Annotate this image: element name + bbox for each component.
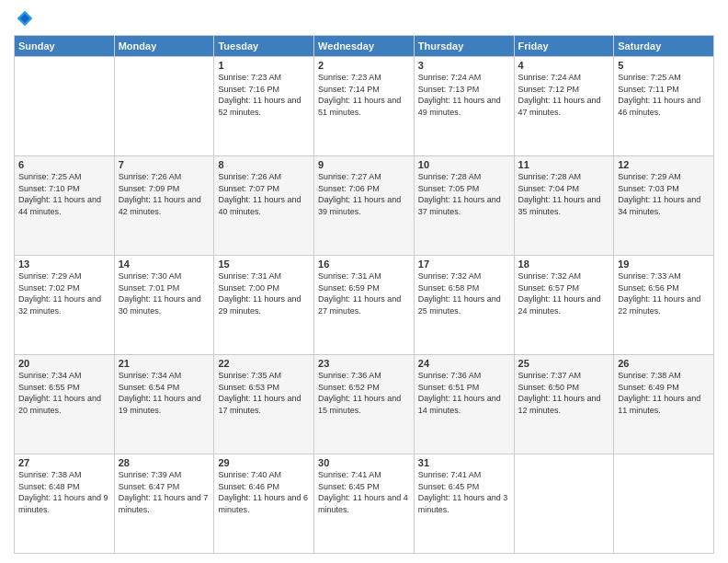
day-number: 7: [119, 159, 210, 170]
day-number: 11: [518, 159, 610, 170]
day-number: 31: [418, 457, 510, 468]
logo-icon: [16, 9, 34, 28]
day-number: 25: [518, 358, 610, 369]
day-detail: Sunrise: 7:33 AMSunset: 6:56 PMDaylight:…: [618, 270, 710, 316]
day-cell: 22Sunrise: 7:35 AMSunset: 6:53 PMDayligh…: [214, 355, 314, 454]
day-detail: Sunrise: 7:31 AMSunset: 7:00 PMDaylight:…: [218, 270, 310, 316]
weekday-header-monday: Monday: [114, 36, 214, 57]
day-cell: 1Sunrise: 7:23 AMSunset: 7:16 PMDaylight…: [214, 57, 314, 156]
weekday-header-row: SundayMondayTuesdayWednesdayThursdayFrid…: [15, 36, 714, 57]
weekday-header-thursday: Thursday: [414, 36, 514, 57]
day-cell: 2Sunrise: 7:23 AMSunset: 7:14 PMDaylight…: [314, 57, 415, 156]
day-cell: 15Sunrise: 7:31 AMSunset: 7:00 PMDayligh…: [214, 256, 314, 355]
header: [14, 9, 714, 28]
day-detail: Sunrise: 7:29 AMSunset: 7:03 PMDaylight:…: [618, 171, 710, 217]
day-detail: Sunrise: 7:36 AMSunset: 6:51 PMDaylight:…: [418, 370, 510, 416]
day-cell: [514, 454, 614, 554]
day-cell: 4Sunrise: 7:24 AMSunset: 7:12 PMDaylight…: [514, 57, 614, 156]
day-cell: 14Sunrise: 7:30 AMSunset: 7:01 PMDayligh…: [114, 256, 214, 355]
day-detail: Sunrise: 7:26 AMSunset: 7:07 PMDaylight:…: [218, 171, 310, 217]
day-cell: 11Sunrise: 7:28 AMSunset: 7:04 PMDayligh…: [514, 156, 614, 256]
day-cell: 24Sunrise: 7:36 AMSunset: 6:51 PMDayligh…: [414, 355, 514, 454]
day-cell: 17Sunrise: 7:32 AMSunset: 6:58 PMDayligh…: [414, 256, 514, 355]
day-number: 6: [18, 159, 110, 170]
day-detail: Sunrise: 7:31 AMSunset: 6:59 PMDaylight:…: [318, 270, 410, 316]
day-cell: 27Sunrise: 7:38 AMSunset: 6:48 PMDayligh…: [15, 454, 115, 554]
day-cell: 10Sunrise: 7:28 AMSunset: 7:05 PMDayligh…: [414, 156, 514, 256]
day-detail: Sunrise: 7:26 AMSunset: 7:09 PMDaylight:…: [119, 171, 210, 217]
day-number: 21: [119, 358, 210, 369]
day-detail: Sunrise: 7:24 AMSunset: 7:12 PMDaylight:…: [518, 72, 610, 118]
day-cell: 25Sunrise: 7:37 AMSunset: 6:50 PMDayligh…: [514, 355, 614, 454]
day-cell: 29Sunrise: 7:40 AMSunset: 6:46 PMDayligh…: [214, 454, 314, 554]
day-detail: Sunrise: 7:36 AMSunset: 6:52 PMDaylight:…: [318, 370, 410, 416]
day-cell: 20Sunrise: 7:34 AMSunset: 6:55 PMDayligh…: [15, 355, 115, 454]
day-number: 8: [218, 159, 310, 170]
weekday-header-sunday: Sunday: [15, 36, 115, 57]
day-number: 27: [18, 457, 110, 468]
day-number: 1: [218, 60, 310, 71]
day-cell: 8Sunrise: 7:26 AMSunset: 7:07 PMDaylight…: [214, 156, 314, 256]
logo: [14, 9, 34, 28]
day-detail: Sunrise: 7:30 AMSunset: 7:01 PMDaylight:…: [119, 270, 210, 316]
day-number: 18: [518, 259, 610, 270]
day-cell: 21Sunrise: 7:34 AMSunset: 6:54 PMDayligh…: [114, 355, 214, 454]
day-number: 30: [318, 457, 410, 468]
day-detail: Sunrise: 7:27 AMSunset: 7:06 PMDaylight:…: [318, 171, 410, 217]
weekday-header-tuesday: Tuesday: [214, 36, 314, 57]
day-number: 22: [218, 358, 310, 369]
weekday-header-wednesday: Wednesday: [314, 36, 415, 57]
day-number: 29: [218, 457, 310, 468]
day-cell: [614, 454, 714, 554]
day-cell: 13Sunrise: 7:29 AMSunset: 7:02 PMDayligh…: [15, 256, 115, 355]
week-row-5: 27Sunrise: 7:38 AMSunset: 6:48 PMDayligh…: [15, 454, 714, 554]
day-number: 2: [318, 60, 410, 71]
day-cell: 5Sunrise: 7:25 AMSunset: 7:11 PMDaylight…: [614, 57, 714, 156]
day-number: 26: [618, 358, 710, 369]
day-cell: 16Sunrise: 7:31 AMSunset: 6:59 PMDayligh…: [314, 256, 415, 355]
day-cell: 3Sunrise: 7:24 AMSunset: 7:13 PMDaylight…: [414, 57, 514, 156]
day-detail: Sunrise: 7:34 AMSunset: 6:54 PMDaylight:…: [119, 370, 210, 416]
day-number: 17: [418, 259, 510, 270]
day-number: 12: [618, 159, 710, 170]
day-detail: Sunrise: 7:23 AMSunset: 7:14 PMDaylight:…: [318, 72, 410, 118]
day-number: 5: [618, 60, 710, 71]
weekday-header-friday: Friday: [514, 36, 614, 57]
day-number: 4: [518, 60, 610, 71]
day-number: 28: [119, 457, 210, 468]
day-cell: 28Sunrise: 7:39 AMSunset: 6:47 PMDayligh…: [114, 454, 214, 554]
day-number: 14: [119, 259, 210, 270]
day-detail: Sunrise: 7:37 AMSunset: 6:50 PMDaylight:…: [518, 370, 610, 416]
day-number: 24: [418, 358, 510, 369]
day-cell: 18Sunrise: 7:32 AMSunset: 6:57 PMDayligh…: [514, 256, 614, 355]
week-row-2: 6Sunrise: 7:25 AMSunset: 7:10 PMDaylight…: [15, 156, 714, 256]
day-number: 15: [218, 259, 310, 270]
day-cell: 6Sunrise: 7:25 AMSunset: 7:10 PMDaylight…: [15, 156, 115, 256]
day-detail: Sunrise: 7:41 AMSunset: 6:45 PMDaylight:…: [318, 469, 410, 515]
day-number: 23: [318, 358, 410, 369]
day-detail: Sunrise: 7:35 AMSunset: 6:53 PMDaylight:…: [218, 370, 310, 416]
day-detail: Sunrise: 7:23 AMSunset: 7:16 PMDaylight:…: [218, 72, 310, 118]
day-detail: Sunrise: 7:38 AMSunset: 6:48 PMDaylight:…: [18, 469, 110, 515]
day-number: 13: [18, 259, 110, 270]
day-number: 20: [18, 358, 110, 369]
calendar-table: SundayMondayTuesdayWednesdayThursdayFrid…: [14, 35, 714, 554]
day-detail: Sunrise: 7:40 AMSunset: 6:46 PMDaylight:…: [218, 469, 310, 515]
day-detail: Sunrise: 7:32 AMSunset: 6:58 PMDaylight:…: [418, 270, 510, 316]
day-detail: Sunrise: 7:38 AMSunset: 6:49 PMDaylight:…: [618, 370, 710, 416]
page: SundayMondayTuesdayWednesdayThursdayFrid…: [0, 0, 728, 563]
day-cell: 7Sunrise: 7:26 AMSunset: 7:09 PMDaylight…: [114, 156, 214, 256]
day-detail: Sunrise: 7:25 AMSunset: 7:11 PMDaylight:…: [618, 72, 710, 118]
day-cell: 12Sunrise: 7:29 AMSunset: 7:03 PMDayligh…: [614, 156, 714, 256]
day-cell: 26Sunrise: 7:38 AMSunset: 6:49 PMDayligh…: [614, 355, 714, 454]
day-cell: 31Sunrise: 7:41 AMSunset: 6:45 PMDayligh…: [414, 454, 514, 554]
day-cell: 23Sunrise: 7:36 AMSunset: 6:52 PMDayligh…: [314, 355, 415, 454]
day-number: 16: [318, 259, 410, 270]
day-cell: 9Sunrise: 7:27 AMSunset: 7:06 PMDaylight…: [314, 156, 415, 256]
day-number: 19: [618, 259, 710, 270]
day-cell: 30Sunrise: 7:41 AMSunset: 6:45 PMDayligh…: [314, 454, 415, 554]
day-detail: Sunrise: 7:28 AMSunset: 7:05 PMDaylight:…: [418, 171, 510, 217]
day-number: 3: [418, 60, 510, 71]
day-cell: 19Sunrise: 7:33 AMSunset: 6:56 PMDayligh…: [614, 256, 714, 355]
day-detail: Sunrise: 7:25 AMSunset: 7:10 PMDaylight:…: [18, 171, 110, 217]
